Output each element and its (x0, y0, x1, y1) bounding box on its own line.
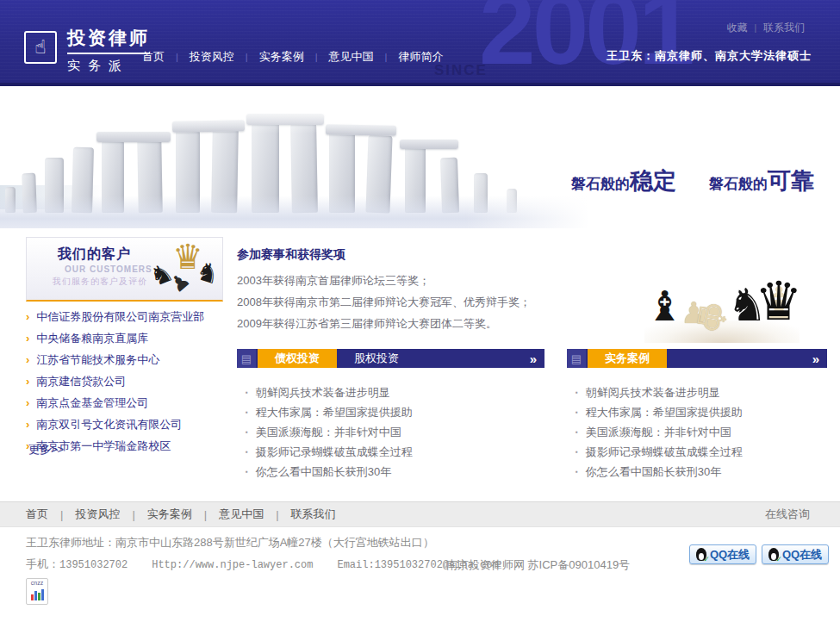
more-arrow-icon[interactable]: » (530, 351, 544, 366)
footer-nav-contact[interactable]: 联系我们 (279, 507, 348, 522)
award-item: 2003年获得南京首届律师论坛三等奖； (237, 270, 531, 291)
tab-equity-investment[interactable]: 股权投资 (337, 349, 416, 368)
news-item[interactable]: ▪美国派濒海舰：并非针对中国 (576, 422, 743, 442)
client-item[interactable]: ›江苏省节能技术服务中心 (26, 349, 228, 370)
client-link: 南京双引号文化资讯有限公司 (36, 417, 182, 432)
customers-subtitle-cn: 我们服务的客户及评价 (53, 276, 147, 288)
client-item[interactable]: ›南京双引号文化资讯有限公司 (26, 414, 228, 435)
slogan-stability: 磐石般的稳定 (571, 165, 676, 196)
cases-news-list: ▪朝鲜阅兵技术装备进步明显 ▪程大伟家属：希望国家提供援助 ▪美国派濒海舰：并非… (576, 383, 743, 482)
news-link: 美国派濒海舰：并非针对中国 (256, 425, 401, 440)
slogan-reliability: 磐石般的可靠 (709, 165, 814, 196)
list-grid-icon: ▤ (237, 349, 256, 368)
awards-title: 参加赛事和获得奖项 (237, 247, 345, 263)
news-link: 程大伟家属：希望国家提供援助 (586, 405, 743, 420)
square-bullet-icon: ▪ (576, 448, 578, 456)
website-link[interactable]: Http://www.njpe-lawyer.com (152, 559, 313, 571)
nav-item-opinion[interactable]: 意见中国 (318, 49, 385, 65)
nav-item-cases[interactable]: 实务案例 (248, 49, 315, 65)
online-consult-link[interactable]: 在线咨询 (765, 502, 810, 526)
favorite-link[interactable]: 收藏 (719, 21, 754, 35)
client-link: 南京点金基金管理公司 (36, 395, 148, 411)
customers-title: 我们的客户 (58, 246, 131, 264)
investment-panel-header: ▤ 债权投资 股权投资 » (237, 349, 544, 368)
slogan-prefix: 磐石般的 (571, 176, 630, 192)
arrow-bullet-icon: › (26, 418, 29, 431)
award-item: 2009年获得江苏省第三届律师辩论大赛团体二等奖。 (237, 313, 531, 334)
slogan-main: 可靠 (768, 168, 814, 194)
watermark-year: 2001 (479, 0, 692, 79)
cnzz-counter-badge[interactable]: cnzz (26, 578, 48, 605)
slogan-prefix: 磐石般的 (709, 176, 768, 192)
qq-online-button[interactable]: ✓ QQ在线 (762, 544, 829, 564)
icp-info: 南京投资律师网 苏ICP备09010419号 (446, 557, 630, 573)
tab-practice-cases[interactable]: 实务案例 (588, 349, 667, 368)
square-bullet-icon: ▪ (246, 408, 248, 416)
qq-online-button[interactable]: ✓ QQ在线 (689, 544, 756, 564)
client-item[interactable]: ›南京点金基金管理公司 (26, 392, 228, 414)
hero-banner: 磐石般的稳定磐石般的可靠 (0, 86, 840, 228)
phone-label: 手机： (26, 557, 59, 570)
main-nav: 首页 | 投资风控 | 实务案例 | 意见中国 | 律师简介 (131, 49, 454, 65)
more-arrow-icon[interactable]: » (812, 351, 827, 366)
news-item[interactable]: ▪程大伟家属：希望国家提供援助 (246, 402, 413, 422)
arrow-bullet-icon: › (26, 353, 29, 366)
nav-item-risk[interactable]: 投资风控 (178, 49, 246, 65)
watermark-since: SINCE (434, 62, 488, 79)
cnzz-label: cnzz (27, 579, 47, 588)
page: 2001 SINCE ☝ 投资律师 实务派 首页 | 投资风控 | 实务案例 |… (0, 0, 840, 622)
chess-black-bishop-icon: ♝ (646, 286, 683, 327)
news-item[interactable]: ▪朝鲜阅兵技术装备进步明显 (576, 383, 743, 402)
logo[interactable]: ☝ (24, 31, 57, 64)
cases-panel-header: ▤ 实务案例 » (567, 349, 827, 368)
square-bullet-icon: ▪ (246, 468, 248, 476)
slogan-main: 稳定 (630, 168, 676, 194)
footer-nav-opinion[interactable]: 意见中国 (207, 507, 276, 522)
news-item[interactable]: ▪朝鲜阅兵技术装备进步明显 (246, 383, 413, 402)
arrow-bullet-icon: › (26, 396, 29, 409)
investment-news-list: ▪朝鲜阅兵技术装备进步明显 ▪程大伟家属：希望国家提供援助 ▪美国派濒海舰：并非… (246, 383, 413, 482)
news-link: 朝鲜阅兵技术装备进步明显 (256, 385, 390, 401)
chess-black-queen-icon: ♛ (755, 275, 803, 328)
hand-pointer-icon: ☝ (34, 36, 46, 59)
list-grid-icon: ▤ (567, 349, 586, 368)
online-check-icon: ✓ (703, 555, 710, 563)
footer-nav-risk[interactable]: 投资风控 (63, 507, 132, 522)
lawyer-intro: 王卫东：南京律师、南京大学法律硕士 (607, 48, 812, 64)
client-link: 南京建信贷款公司 (36, 374, 126, 389)
client-item[interactable]: ›中信证券股份有限公司南京营业部 (26, 306, 228, 327)
contact-link[interactable]: 联系我们 (756, 21, 812, 35)
square-bullet-icon: ▪ (246, 448, 248, 456)
news-item[interactable]: ▪程大伟家属：希望国家提供援助 (576, 402, 743, 422)
more-clients-link[interactable]: 更多>> (28, 442, 64, 457)
hero-fade (465, 86, 603, 228)
news-item[interactable]: ▪摄影师记录蝴蝶破茧成蝶全过程 (246, 442, 413, 462)
nav-item-home[interactable]: 首页 (131, 49, 176, 65)
footer-nav-cases[interactable]: 实务案例 (135, 507, 204, 522)
client-list: ›中信证券股份有限公司南京营业部 ›中央储备粮南京直属库 ›江苏省节能技术服务中… (26, 306, 228, 457)
nav-item-profile[interactable]: 律师简介 (387, 49, 454, 65)
footer-contact-line: 手机：13951032702Http://www.njpe-lawyer.com… (26, 557, 499, 572)
news-item[interactable]: ▪你怎么看中国船长获刑30年 (246, 462, 413, 482)
arrow-bullet-icon: › (26, 375, 29, 388)
client-item[interactable]: ›中央储备粮南京直属库 (26, 327, 228, 349)
square-bullet-icon: ▪ (576, 468, 578, 476)
news-item[interactable]: ▪摄影师记录蝴蝶破茧成蝶全过程 (576, 442, 743, 462)
client-link: 江苏省节能技术服务中心 (36, 352, 159, 368)
footer-nav-home[interactable]: 首页 (26, 507, 60, 522)
square-bullet-icon: ▪ (246, 428, 248, 436)
news-link: 摄影师记录蝴蝶破茧成蝶全过程 (586, 445, 743, 460)
client-item[interactable]: ›南京建信贷款公司 (26, 370, 228, 392)
tab-debt-investment[interactable]: 债权投资 (258, 349, 337, 368)
arrow-bullet-icon: › (26, 310, 29, 323)
footer-address: 王卫东律师地址：南京市中山东路288号新世纪广场A幢27楼（大行宫地铁站出口） (26, 535, 434, 550)
hero-slogans: 磐石般的稳定磐石般的可靠 (571, 165, 840, 196)
news-item[interactable]: ▪你怎么看中国船长获刑30年 (576, 462, 743, 482)
arrow-bullet-icon: › (26, 332, 29, 345)
lintel (400, 140, 458, 149)
phone-number: 13951032702 (59, 559, 128, 571)
awards-list: 2003年获得南京首届律师论坛三等奖； 2008年获得南京市第二届律师辩论大赛冠… (237, 270, 531, 334)
news-item[interactable]: ▪美国派濒海舰：并非针对中国 (246, 422, 413, 442)
client-link: 中信证券股份有限公司南京营业部 (36, 309, 204, 325)
news-link: 摄影师记录蝴蝶破茧成蝶全过程 (256, 445, 413, 460)
